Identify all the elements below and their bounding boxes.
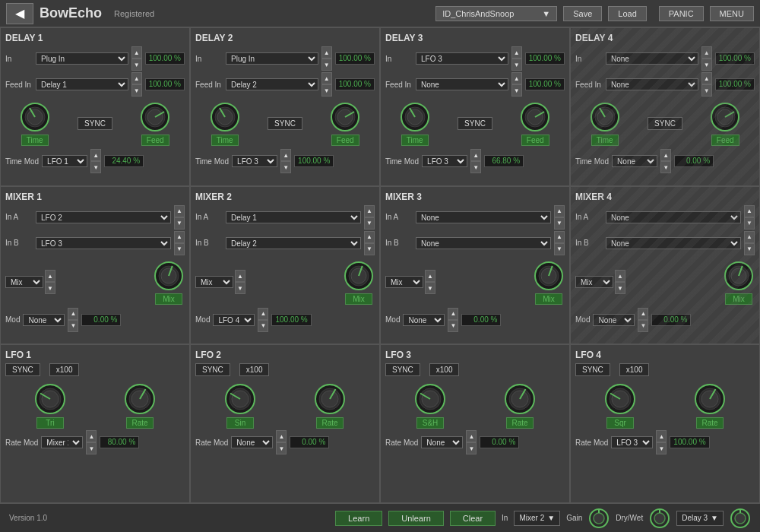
- save-button[interactable]: Save: [563, 6, 602, 21]
- mix-type-4[interactable]: Mix: [575, 276, 613, 288]
- spin-down[interactable]: ▼: [744, 243, 755, 255]
- spin-up[interactable]: ▲: [701, 72, 712, 84]
- spin-down[interactable]: ▼: [86, 442, 97, 454]
- in-source-select-4[interactable]: None: [606, 52, 698, 65]
- mix-type-3[interactable]: Mix: [385, 276, 423, 288]
- spin-up[interactable]: ▲: [258, 308, 268, 320]
- mixer-inb-source-4[interactable]: None: [606, 237, 741, 249]
- rate-mod-source-1[interactable]: Mixer 1: [41, 436, 83, 448]
- spin-up[interactable]: ▲: [511, 72, 522, 84]
- in-select[interactable]: Mixer 2 ▼: [514, 511, 560, 526]
- mixer-ina-source-3[interactable]: None: [416, 211, 551, 223]
- lfo-wave-knob-1[interactable]: [33, 382, 67, 416]
- learn-button[interactable]: Learn: [335, 511, 382, 526]
- panic-button[interactable]: PANIC: [659, 6, 704, 21]
- spin-down[interactable]: ▼: [276, 442, 287, 454]
- time-knob-3[interactable]: [399, 101, 431, 133]
- spin-down[interactable]: ▼: [321, 84, 332, 97]
- lfo-rate-knob-1[interactable]: [123, 382, 157, 416]
- spin-up[interactable]: ▲: [68, 308, 78, 320]
- spin-up[interactable]: ▲: [470, 149, 481, 161]
- mix-type-2[interactable]: Mix: [195, 276, 233, 288]
- in-source-select-2[interactable]: Plug In: [226, 52, 318, 65]
- spin-up[interactable]: ▲: [276, 430, 287, 442]
- mix-knob-2[interactable]: [343, 260, 375, 292]
- spin-up[interactable]: ▲: [364, 205, 375, 217]
- spin-down[interactable]: ▼: [511, 59, 522, 71]
- feed-knob-2[interactable]: [329, 101, 361, 133]
- spin-up[interactable]: ▲: [425, 270, 435, 282]
- spin-down[interactable]: ▼: [470, 161, 481, 173]
- spin-down[interactable]: ▼: [258, 320, 268, 332]
- load-button[interactable]: Load: [608, 6, 646, 21]
- spin-up[interactable]: ▲: [131, 72, 142, 84]
- feed-knob-3[interactable]: [519, 101, 551, 133]
- spin-down[interactable]: ▼: [280, 161, 291, 173]
- spin-up[interactable]: ▲: [744, 205, 755, 217]
- lfo-x100-btn-1[interactable]: x100: [49, 363, 80, 376]
- unlearn-button[interactable]: Unlearn: [388, 511, 444, 526]
- spin-up[interactable]: ▲: [448, 308, 458, 320]
- lfo-sync-btn-2[interactable]: SYNC: [195, 363, 230, 376]
- spin-up[interactable]: ▲: [131, 46, 142, 59]
- spin-down[interactable]: ▼: [701, 59, 712, 71]
- lfo-wave-knob-2[interactable]: [223, 382, 257, 416]
- mixer-inb-source-2[interactable]: Delay 2: [226, 237, 361, 249]
- in-source-select-3[interactable]: LFO 3: [416, 52, 508, 65]
- spin-down[interactable]: ▼: [448, 320, 458, 332]
- spin-down[interactable]: ▼: [615, 282, 625, 294]
- mixer-ina-source-1[interactable]: LFO 2: [36, 211, 171, 223]
- feed-knob-4[interactable]: [709, 101, 741, 133]
- spin-up[interactable]: ▲: [174, 205, 185, 217]
- feed-source-select-1[interactable]: Delay 1: [36, 78, 128, 90]
- spin-down[interactable]: ▼: [174, 217, 185, 230]
- menu-button[interactable]: MENU: [710, 6, 754, 21]
- lfo-x100-btn-2[interactable]: x100: [239, 363, 270, 376]
- spin-up[interactable]: ▲: [615, 270, 625, 282]
- spin-up[interactable]: ▲: [466, 430, 477, 442]
- mixer-ina-source-2[interactable]: Delay 1: [226, 211, 361, 223]
- mixer-mod-source-3[interactable]: None: [403, 314, 445, 326]
- gain-knob[interactable]: [588, 508, 610, 529]
- spin-up[interactable]: ▲: [660, 149, 671, 161]
- spin-down[interactable]: ▼: [425, 282, 435, 294]
- spin-down[interactable]: ▼: [235, 282, 245, 294]
- clear-button[interactable]: Clear: [450, 511, 496, 526]
- spin-down[interactable]: ▼: [364, 243, 375, 255]
- lfo-sync-btn-4[interactable]: SYNC: [575, 363, 610, 376]
- spin-up[interactable]: ▲: [364, 231, 375, 243]
- time-mod-source-4[interactable]: None: [612, 155, 657, 167]
- spin-down[interactable]: ▼: [45, 282, 55, 294]
- spin-down[interactable]: ▼: [174, 243, 185, 255]
- spin-down[interactable]: ▼: [656, 442, 667, 454]
- lfo-sync-btn-1[interactable]: SYNC: [5, 363, 40, 376]
- sync-btn-2[interactable]: SYNC: [268, 117, 302, 130]
- spin-down[interactable]: ▼: [364, 217, 375, 230]
- spin-up[interactable]: ▲: [86, 430, 97, 442]
- mixer-inb-source-3[interactable]: None: [416, 237, 551, 249]
- sync-btn-1[interactable]: SYNC: [78, 117, 112, 130]
- in-source-select-1[interactable]: Plug In: [36, 52, 128, 65]
- spin-up[interactable]: ▲: [638, 308, 648, 320]
- spin-down[interactable]: ▼: [554, 217, 565, 230]
- spin-down[interactable]: ▼: [131, 84, 142, 97]
- spin-down[interactable]: ▼: [511, 84, 522, 97]
- feed-source-select-4[interactable]: None: [606, 78, 698, 90]
- spin-down[interactable]: ▼: [321, 59, 332, 71]
- time-mod-source-3[interactable]: LFO 3: [422, 155, 467, 167]
- rate-mod-source-2[interactable]: None: [231, 436, 273, 448]
- drywet-knob2[interactable]: [730, 508, 751, 529]
- spin-down[interactable]: ▼: [131, 59, 142, 71]
- preset-selector[interactable]: ID_ChrisAndSnoop ▼: [435, 6, 557, 21]
- spin-down[interactable]: ▼: [744, 217, 755, 230]
- sync-btn-4[interactable]: SYNC: [648, 117, 682, 130]
- spin-up[interactable]: ▲: [90, 149, 101, 161]
- sync-btn-3[interactable]: SYNC: [458, 117, 492, 130]
- spin-up[interactable]: ▲: [511, 46, 522, 59]
- rate-mod-source-3[interactable]: None: [421, 436, 463, 448]
- spin-up[interactable]: ▲: [235, 270, 245, 282]
- lfo-x100-btn-3[interactable]: x100: [429, 363, 460, 376]
- time-mod-source-2[interactable]: LFO 3: [232, 155, 277, 167]
- lfo-rate-knob-3[interactable]: [503, 382, 537, 416]
- spin-up[interactable]: ▲: [45, 270, 55, 282]
